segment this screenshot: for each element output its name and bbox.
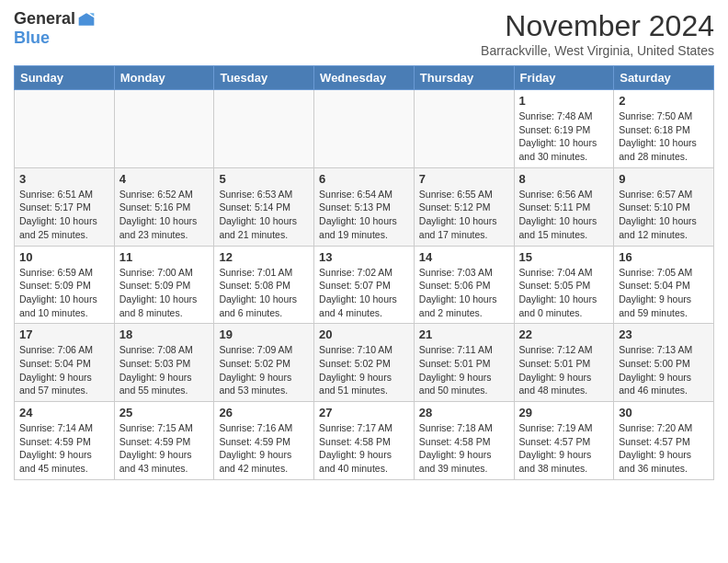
day-number: 30 bbox=[619, 406, 709, 419]
day-number: 12 bbox=[219, 250, 309, 264]
day-info: Sunrise: 7:14 AM Sunset: 4:59 PM Dayligh… bbox=[19, 421, 109, 476]
calendar-table: SundayMondayTuesdayWednesdayThursdayFrid… bbox=[14, 65, 714, 480]
day-number: 6 bbox=[319, 172, 409, 186]
calendar-cell: 10Sunrise: 6:59 AM Sunset: 5:09 PM Dayli… bbox=[15, 246, 115, 324]
calendar-week-row: 1Sunrise: 7:48 AM Sunset: 6:19 PM Daylig… bbox=[15, 90, 714, 168]
day-info: Sunrise: 7:18 AM Sunset: 4:58 PM Dayligh… bbox=[419, 421, 509, 476]
day-info: Sunrise: 7:06 AM Sunset: 5:04 PM Dayligh… bbox=[19, 343, 109, 397]
day-number: 13 bbox=[319, 250, 409, 264]
day-number: 5 bbox=[219, 172, 309, 186]
calendar-week-row: 10Sunrise: 6:59 AM Sunset: 5:09 PM Dayli… bbox=[15, 246, 714, 324]
day-info: Sunrise: 7:01 AM Sunset: 5:08 PM Dayligh… bbox=[219, 266, 309, 320]
day-info: Sunrise: 7:19 AM Sunset: 4:57 PM Dayligh… bbox=[519, 421, 609, 476]
day-number: 28 bbox=[419, 406, 509, 419]
calendar-cell: 28Sunrise: 7:18 AM Sunset: 4:58 PM Dayli… bbox=[414, 402, 514, 480]
day-number: 7 bbox=[419, 172, 509, 186]
day-info: Sunrise: 7:03 AM Sunset: 5:06 PM Dayligh… bbox=[419, 266, 509, 320]
calendar-cell: 5Sunrise: 6:53 AM Sunset: 5:14 PM Daylig… bbox=[214, 167, 314, 246]
calendar-cell: 9Sunrise: 6:57 AM Sunset: 5:10 PM Daylig… bbox=[614, 167, 714, 246]
calendar-cell: 21Sunrise: 7:11 AM Sunset: 5:01 PM Dayli… bbox=[414, 324, 514, 402]
calendar-cell: 2Sunrise: 7:50 AM Sunset: 6:18 PM Daylig… bbox=[614, 90, 714, 168]
calendar-cell bbox=[15, 90, 115, 168]
calendar-cell bbox=[214, 90, 314, 168]
day-number: 8 bbox=[519, 172, 609, 186]
calendar-cell: 4Sunrise: 6:52 AM Sunset: 5:16 PM Daylig… bbox=[114, 167, 214, 246]
logo: General Blue bbox=[14, 9, 96, 48]
month-title: November 2024 bbox=[481, 9, 714, 43]
header-cell-friday: Friday bbox=[514, 66, 614, 90]
day-number: 17 bbox=[19, 327, 109, 341]
calendar-cell: 12Sunrise: 7:01 AM Sunset: 5:08 PM Dayli… bbox=[214, 246, 314, 324]
calendar-cell: 20Sunrise: 7:10 AM Sunset: 5:02 PM Dayli… bbox=[314, 324, 415, 402]
day-info: Sunrise: 7:15 AM Sunset: 4:59 PM Dayligh… bbox=[119, 421, 210, 476]
calendar-cell: 22Sunrise: 7:12 AM Sunset: 5:01 PM Dayli… bbox=[514, 324, 614, 402]
calendar-cell: 18Sunrise: 7:08 AM Sunset: 5:03 PM Dayli… bbox=[114, 324, 214, 402]
header: General Blue November 2024 Barrackville,… bbox=[14, 9, 714, 58]
day-number: 21 bbox=[419, 327, 509, 341]
day-number: 27 bbox=[319, 406, 409, 419]
calendar-cell bbox=[314, 90, 415, 168]
day-info: Sunrise: 7:48 AM Sunset: 6:19 PM Dayligh… bbox=[519, 109, 609, 164]
calendar-cell: 23Sunrise: 7:13 AM Sunset: 5:00 PM Dayli… bbox=[614, 324, 714, 402]
day-info: Sunrise: 6:57 AM Sunset: 5:10 PM Dayligh… bbox=[619, 188, 709, 242]
calendar-header-row: SundayMondayTuesdayWednesdayThursdayFrid… bbox=[15, 66, 714, 90]
day-info: Sunrise: 7:12 AM Sunset: 5:01 PM Dayligh… bbox=[519, 343, 609, 397]
day-info: Sunrise: 6:55 AM Sunset: 5:12 PM Dayligh… bbox=[419, 188, 509, 242]
day-info: Sunrise: 7:00 AM Sunset: 5:09 PM Dayligh… bbox=[119, 266, 210, 320]
calendar-week-row: 24Sunrise: 7:14 AM Sunset: 4:59 PM Dayli… bbox=[15, 402, 714, 480]
day-info: Sunrise: 6:56 AM Sunset: 5:11 PM Dayligh… bbox=[519, 188, 609, 242]
day-info: Sunrise: 6:52 AM Sunset: 5:16 PM Dayligh… bbox=[119, 188, 210, 242]
day-number: 9 bbox=[619, 172, 709, 186]
day-number: 29 bbox=[519, 406, 609, 419]
header-cell-thursday: Thursday bbox=[414, 66, 514, 90]
calendar-cell: 7Sunrise: 6:55 AM Sunset: 5:12 PM Daylig… bbox=[414, 167, 514, 246]
day-info: Sunrise: 7:13 AM Sunset: 5:00 PM Dayligh… bbox=[619, 343, 709, 397]
day-number: 19 bbox=[219, 327, 309, 341]
location-subtitle: Barrackville, West Virginia, United Stat… bbox=[481, 43, 714, 58]
calendar-cell: 16Sunrise: 7:05 AM Sunset: 5:04 PM Dayli… bbox=[614, 246, 714, 324]
header-cell-wednesday: Wednesday bbox=[314, 66, 415, 90]
calendar-cell: 6Sunrise: 6:54 AM Sunset: 5:13 PM Daylig… bbox=[314, 167, 415, 246]
calendar-cell: 3Sunrise: 6:51 AM Sunset: 5:17 PM Daylig… bbox=[15, 167, 115, 246]
header-cell-sunday: Sunday bbox=[15, 66, 115, 90]
day-info: Sunrise: 6:54 AM Sunset: 5:13 PM Dayligh… bbox=[319, 188, 409, 242]
day-number: 26 bbox=[219, 406, 309, 419]
day-info: Sunrise: 7:11 AM Sunset: 5:01 PM Dayligh… bbox=[419, 343, 509, 397]
day-number: 23 bbox=[619, 327, 709, 341]
day-info: Sunrise: 7:20 AM Sunset: 4:57 PM Dayligh… bbox=[619, 421, 709, 476]
day-info: Sunrise: 7:08 AM Sunset: 5:03 PM Dayligh… bbox=[119, 343, 210, 397]
day-number: 3 bbox=[19, 172, 109, 186]
header-cell-tuesday: Tuesday bbox=[214, 66, 314, 90]
day-info: Sunrise: 7:16 AM Sunset: 4:59 PM Dayligh… bbox=[219, 421, 309, 476]
calendar-cell: 29Sunrise: 7:19 AM Sunset: 4:57 PM Dayli… bbox=[514, 402, 614, 480]
calendar-week-row: 3Sunrise: 6:51 AM Sunset: 5:17 PM Daylig… bbox=[15, 167, 714, 246]
header-cell-saturday: Saturday bbox=[614, 66, 714, 90]
day-number: 22 bbox=[519, 327, 609, 341]
title-area: November 2024 Barrackville, West Virgini… bbox=[481, 9, 714, 58]
day-info: Sunrise: 6:51 AM Sunset: 5:17 PM Dayligh… bbox=[19, 188, 109, 242]
day-info: Sunrise: 7:05 AM Sunset: 5:04 PM Dayligh… bbox=[619, 266, 709, 320]
calendar-cell: 14Sunrise: 7:03 AM Sunset: 5:06 PM Dayli… bbox=[414, 246, 514, 324]
day-number: 15 bbox=[519, 250, 609, 264]
calendar-cell: 19Sunrise: 7:09 AM Sunset: 5:02 PM Dayli… bbox=[214, 324, 314, 402]
day-info: Sunrise: 6:59 AM Sunset: 5:09 PM Dayligh… bbox=[19, 266, 109, 320]
calendar-cell bbox=[414, 90, 514, 168]
calendar-week-row: 17Sunrise: 7:06 AM Sunset: 5:04 PM Dayli… bbox=[15, 324, 714, 402]
calendar-cell: 8Sunrise: 6:56 AM Sunset: 5:11 PM Daylig… bbox=[514, 167, 614, 246]
day-number: 1 bbox=[519, 94, 609, 108]
day-number: 10 bbox=[19, 250, 109, 264]
day-info: Sunrise: 6:53 AM Sunset: 5:14 PM Dayligh… bbox=[219, 188, 309, 242]
day-number: 20 bbox=[319, 327, 409, 341]
header-cell-monday: Monday bbox=[114, 66, 214, 90]
logo-general-text: General bbox=[14, 9, 75, 29]
calendar-cell: 15Sunrise: 7:04 AM Sunset: 5:05 PM Dayli… bbox=[514, 246, 614, 324]
day-number: 24 bbox=[19, 406, 109, 419]
svg-marker-0 bbox=[79, 13, 95, 25]
day-info: Sunrise: 7:50 AM Sunset: 6:18 PM Dayligh… bbox=[619, 109, 709, 164]
calendar-cell: 25Sunrise: 7:15 AM Sunset: 4:59 PM Dayli… bbox=[114, 402, 214, 480]
calendar-cell: 1Sunrise: 7:48 AM Sunset: 6:19 PM Daylig… bbox=[514, 90, 614, 168]
day-number: 11 bbox=[119, 250, 210, 264]
calendar-cell: 11Sunrise: 7:00 AM Sunset: 5:09 PM Dayli… bbox=[114, 246, 214, 324]
day-info: Sunrise: 7:04 AM Sunset: 5:05 PM Dayligh… bbox=[519, 266, 609, 320]
day-info: Sunrise: 7:02 AM Sunset: 5:07 PM Dayligh… bbox=[319, 266, 409, 320]
